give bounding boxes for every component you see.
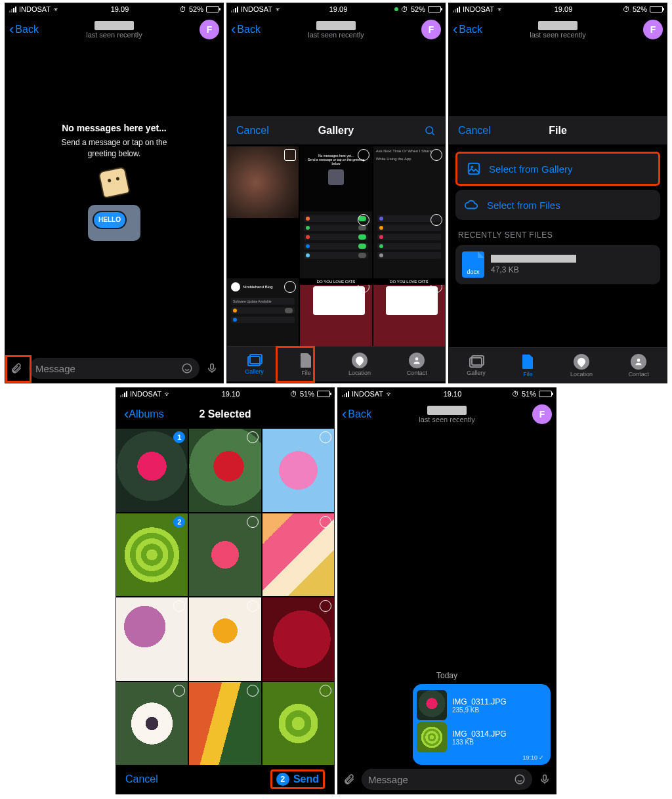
photo-cell[interactable]: DO YOU LOVE CATS (300, 278, 371, 346)
photo-cell[interactable] (227, 146, 299, 218)
chat-body: Today IMG_0311.JPG235,9 KB IMG_0314.JPG1… (338, 429, 556, 765)
search-icon[interactable] (424, 125, 436, 137)
avatar[interactable]: F (200, 20, 219, 39)
back-button[interactable]: ‹Back (453, 22, 482, 37)
recording-dot (394, 7, 398, 11)
hello-sticker[interactable]: HELLO (78, 169, 150, 241)
tab-gallery[interactable]: Gallery (467, 355, 486, 376)
file-name-redacted (491, 255, 576, 263)
photo-grid: No messages here yet...Send a message or… (227, 145, 445, 346)
thumbnail-icon (417, 690, 447, 720)
attach-highlight (5, 355, 32, 383)
photo[interactable]: 1 (116, 429, 188, 512)
send-count-badge: 2 (276, 773, 289, 786)
message-input[interactable]: Message (29, 358, 200, 379)
photo[interactable] (116, 597, 188, 681)
nav-header: ‹Back last seen recently F (5, 15, 223, 44)
photo[interactable] (189, 513, 261, 597)
live-photo-icon (284, 149, 296, 161)
cancel-button[interactable]: Cancel (125, 773, 158, 785)
photo-cell[interactable]: DO YOU LOVE CATS (373, 278, 445, 346)
tab-contact[interactable]: Contact (629, 354, 649, 378)
nav-header: ‹Back last seen recently F (227, 15, 445, 44)
wifi-icon: ᯤ (53, 5, 60, 13)
photo-cell[interactable]: Ask Next Time Or When I ShareWhile Using… (373, 146, 445, 218)
message-input[interactable]: Message (362, 769, 532, 790)
svg-rect-6 (469, 163, 480, 175)
thumbnail-icon (417, 722, 447, 752)
photo[interactable] (116, 682, 188, 766)
tab-file[interactable]: File (521, 354, 534, 378)
recent-header: RECENTLY SENT FILES (458, 230, 658, 240)
status-bar: INDOSATᯤ 19.09 ⏱52% (5, 3, 223, 15)
contact-name-redacted (94, 21, 134, 30)
svg-point-7 (471, 165, 473, 168)
photo[interactable] (262, 513, 334, 597)
send-button[interactable]: 2Send (270, 769, 325, 789)
battery-icon (206, 6, 219, 12)
hello-badge: HELLO (93, 211, 127, 229)
empty-subtitle: Send a message or tap on the greeting be… (5, 137, 223, 160)
input-bar: Message (5, 354, 223, 383)
svg-rect-12 (543, 775, 547, 780)
screenshot-file-picker: INDOSATᯤ19.09⏱52% ‹Back last seen recent… (448, 3, 667, 383)
file-size: 235,9 KB (452, 706, 507, 714)
contact-icon (409, 353, 425, 368)
photo-cell[interactable]: Nimblehand Blog Software Update Availabl… (227, 278, 299, 346)
file-size: 133 KB (452, 739, 507, 746)
cloud-icon (465, 198, 479, 212)
picker-header: Cancel Gallery (227, 116, 445, 145)
svg-point-10 (637, 358, 640, 362)
empty-state: No messages here yet... Send a message o… (5, 44, 223, 241)
status-bar: INDOSATᯤ 19.09 ⏱52% (227, 3, 445, 15)
photo-cell[interactable]: No messages here yet...Send a message or… (300, 146, 371, 218)
check-icon: ✓ (539, 754, 544, 761)
chevron-left-icon: ‹ (124, 407, 129, 421)
cancel-button[interactable]: Cancel (236, 125, 269, 137)
attachment: IMG_0314.JPG133 KB (417, 722, 547, 752)
file-tab-highlight (276, 346, 315, 383)
signal-icon (9, 7, 16, 12)
sticker-icon[interactable] (181, 362, 193, 374)
select-from-gallery[interactable]: Select from Gallery (455, 152, 660, 186)
photo-cell[interactable] (300, 211, 371, 283)
sticker-icon[interactable] (514, 773, 526, 785)
microphone-icon[interactable] (539, 773, 551, 785)
back-button[interactable]: ‹Back (9, 22, 39, 37)
svg-point-5 (415, 357, 419, 360)
select-from-files[interactable]: Select from Files (455, 190, 660, 220)
docx-icon: docx (462, 251, 484, 278)
paperclip-icon[interactable] (343, 773, 355, 785)
image-icon (467, 162, 481, 176)
screenshot-gallery-picker: INDOSATᯤ 19.09 ⏱52% ‹Back last seen rece… (226, 3, 446, 383)
back-button[interactable]: ‹Back (231, 22, 261, 37)
chevron-left-icon: ‹ (9, 22, 14, 37)
toast-icon (98, 166, 131, 199)
back-button[interactable]: ‹Back (342, 407, 371, 421)
albums-back[interactable]: ‹Albums (124, 407, 164, 421)
recent-file[interactable]: docx 47,3 KB (455, 245, 660, 284)
date-separator: Today (436, 671, 457, 680)
screenshot-empty-chat: INDOSATᯤ 19.09 ⏱52% ‹Back last seen rece… (5, 3, 224, 383)
file-name: IMG_0311.JPG (452, 697, 507, 706)
tab-location[interactable]: Location (570, 354, 593, 378)
photo[interactable] (262, 682, 334, 766)
microphone-icon[interactable] (206, 362, 218, 374)
message-bubble[interactable]: IMG_0311.JPG235,9 KB IMG_0314.JPG133 KB … (413, 684, 551, 765)
screenshot-album-select: INDOSATᯤ19.10⏱51% ‹Albums 2 Selected 1 2… (116, 387, 335, 794)
photo[interactable] (262, 597, 334, 681)
cancel-button[interactable]: Cancel (458, 125, 491, 137)
tab-location[interactable]: Location (348, 353, 371, 376)
photo[interactable]: 2 (116, 513, 188, 597)
location-icon (354, 355, 366, 366)
tab-gallery[interactable]: Gallery (245, 354, 264, 375)
photo-cell[interactable] (373, 211, 445, 283)
photo[interactable] (189, 429, 261, 512)
tab-contact[interactable]: Contact (407, 353, 427, 376)
photo[interactable] (189, 597, 261, 681)
photo[interactable] (262, 429, 334, 512)
album-grid: 1 2 (116, 429, 334, 765)
svg-point-11 (515, 775, 524, 784)
photo[interactable] (189, 682, 261, 766)
file-size: 47,3 KB (491, 265, 576, 274)
